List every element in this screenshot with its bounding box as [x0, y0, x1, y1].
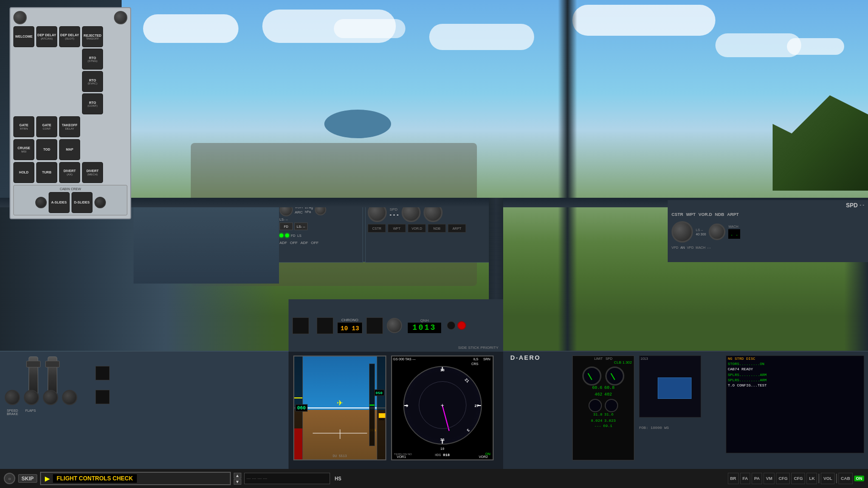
knob-2[interactable] — [24, 390, 39, 405]
nav-cstr-btn[interactable]: CSTR — [368, 224, 386, 233]
btn-hold[interactable]: HOLD — [13, 162, 34, 183]
panel-knob-left[interactable] — [13, 11, 27, 24]
btn-rto-cont[interactable]: RTO (CONT) — [82, 93, 103, 114]
scroll-down[interactable]: ▼ — [234, 479, 241, 485]
btn-a-slides[interactable]: A-SLIDES — [49, 192, 70, 213]
cabin-crew-label: CABIN CREW — [16, 187, 125, 191]
overhead-fcu: VOR ARC In Hg hPa LS- -- FD LS- -- — [277, 200, 491, 262]
panel-knob-right[interactable] — [114, 11, 127, 24]
efis-ls-btn[interactable]: LS- -- — [294, 223, 308, 230]
btn-welcome[interactable]: WELCOME — [13, 26, 34, 47]
mach-display: MACH - - — [728, 225, 740, 239]
ecam-n2-2: 31.6 — [604, 412, 613, 417]
n2-gauge-1 — [589, 399, 602, 412]
warning-area: NG STRD DISC STORS.........ON CAB74 READ… — [726, 356, 864, 453]
adf-btn-1[interactable]: ADF — [279, 241, 287, 245]
cabin-crew-knob-left[interactable] — [35, 197, 47, 208]
input-field[interactable]: --- --- --- --- — [244, 473, 330, 484]
skip-button[interactable]: SKIP — [18, 474, 37, 483]
nav-arpt[interactable]: ARPT — [727, 212, 739, 217]
nav-vord-btn[interactable]: VOR.D — [408, 224, 426, 233]
nav-wpt[interactable]: WPT — [686, 212, 696, 217]
nav-ndb[interactable]: NDB — [715, 212, 724, 217]
btn-gate-rtrn[interactable]: GATE RTRN — [13, 116, 34, 137]
btn-divert-mech[interactable]: DIVERT (MECH) — [82, 162, 103, 183]
adf-off-1[interactable]: OFF — [290, 241, 298, 245]
led-ls2-label: LS — [297, 234, 301, 237]
warning-0: NG STRD DISC — [726, 356, 864, 361]
efis-fd-btn[interactable]: FD — [279, 223, 293, 230]
status-vm: VM — [764, 473, 775, 484]
nav-wpt-btn[interactable]: WPT — [388, 224, 406, 233]
range-label-2: 300 — [701, 233, 706, 236]
nav-vord[interactable]: VOR.D — [699, 212, 713, 217]
nd-gs-label: GS 000 TAS --- — [393, 357, 416, 361]
fcu-square-btn-1[interactable] — [292, 317, 309, 334]
nd-scale: 10 — [440, 447, 444, 451]
nav-btns: CSTR WPT VOR.D NDB ARPT — [368, 224, 489, 233]
btn-dep-delay-atc[interactable]: DEP DELAY (ATC/AX) — [36, 26, 57, 47]
btn-cruise[interactable]: CRUISE MSI — [13, 139, 34, 160]
led-row: FD LS — [279, 234, 361, 237]
ecam-n2-1: 31.8 — [593, 412, 602, 417]
knob-4[interactable] — [62, 390, 77, 405]
ff-values: 8.024 3.823 — [573, 418, 634, 423]
square-btn-2[interactable] — [95, 390, 110, 404]
cloud-3 — [429, 24, 534, 50]
tcrn-label: TERN ON NO — [394, 453, 412, 456]
n1-gauges — [573, 366, 634, 386]
led-fd-label: FD — [291, 234, 295, 237]
btn-rto-stng[interactable]: RTO (STNG) — [82, 49, 103, 70]
nd-vor2-label: VOR2 — [479, 455, 488, 458]
btn-turb[interactable]: TURB — [36, 162, 57, 183]
n1-gauge-2 — [605, 366, 624, 386]
alt-large-knob[interactable] — [709, 224, 725, 240]
knob-label-2: FLAPS — [23, 409, 38, 416]
btn-rto-evac[interactable]: RTO (EVAC) — [82, 71, 103, 92]
separator-2 — [836, 474, 837, 483]
spd-top-label: SPD — [846, 202, 858, 209]
nav-arpt-btn[interactable]: ARPT — [448, 224, 466, 233]
thrust-lever-2[interactable] — [48, 356, 57, 395]
cabin-crew-knob-right[interactable] — [94, 197, 106, 208]
square-btn-1[interactable] — [95, 366, 110, 380]
scroll-up[interactable]: ▲ — [234, 473, 241, 478]
rto-group: REJECTED TAKEOFF RTO (STNG) RTO (EVAC) R… — [82, 26, 103, 114]
btn-d-slides[interactable]: D-SLIDES — [72, 192, 93, 213]
status-bar: ○ SKIP ▶ FLIGHT CONTROLS CHECK ▲ ▼ --- -… — [0, 469, 868, 488]
nav-cstr[interactable]: CSTR — [672, 212, 683, 217]
btn-gate-cont[interactable]: GATE CONT — [36, 116, 57, 137]
fcu-square-btn-3[interactable] — [366, 317, 383, 334]
round-btn-red[interactable] — [457, 321, 466, 330]
btn-tod[interactable]: TOD — [36, 139, 57, 160]
ecam-display: LIMIT SPD CLB 1.302 60.6 60.8 — [572, 356, 634, 460]
knob-1[interactable] — [5, 390, 20, 405]
nav-ndb-btn[interactable]: NDB — [428, 224, 446, 233]
adf-btn-2[interactable]: ADF — [300, 241, 308, 245]
speed-indicator: SPD - - CSTR WPT VOR.D NDB ARPT LS -- 40… — [668, 200, 868, 262]
speed-large-knob[interactable] — [672, 221, 693, 243]
n1-gauge-1 — [582, 366, 601, 386]
btn-takeoff-delay[interactable]: TAKEOFF DELAY — [59, 116, 80, 137]
message-arrow: ▶ — [45, 475, 50, 482]
ecam-limit-label: LIMIT SPD — [573, 356, 634, 360]
nd-ils-label: ILS — [473, 357, 478, 361]
adf-off-2[interactable]: OFF — [311, 241, 319, 245]
btn-dep-delay-slot[interactable]: DEP DELAY (SLOT) — [59, 26, 80, 47]
chrono-knob[interactable] — [387, 318, 402, 333]
cloud-4 — [572, 5, 715, 36]
thrust-lever-1[interactable] — [29, 356, 38, 395]
nd-crs-label: CRS — [471, 362, 478, 366]
scroll-arrows: ▲ ▼ — [234, 473, 241, 485]
knob-3[interactable] — [43, 390, 58, 405]
fcu-square-btn-2[interactable] — [317, 317, 333, 334]
round-btn-1[interactable] — [447, 321, 455, 330]
panel-row-2: GATE RTRN GATE CONT TAKEOFF DELAY — [13, 116, 127, 137]
btn-divert-ax[interactable]: DIVERT (AX) — [59, 162, 80, 183]
btn-rejected-takeoff[interactable]: REJECTED TAKEOFF — [82, 26, 103, 47]
status-circle-left[interactable]: ○ — [4, 473, 15, 484]
fcu-center-panel: SPD - - - CSTR WPT VOR.D NDB ARPT — [365, 201, 492, 263]
btn-map[interactable]: MAP — [59, 139, 80, 160]
cloud-6 — [334, 19, 405, 38]
n1-needle-2 — [610, 373, 615, 380]
